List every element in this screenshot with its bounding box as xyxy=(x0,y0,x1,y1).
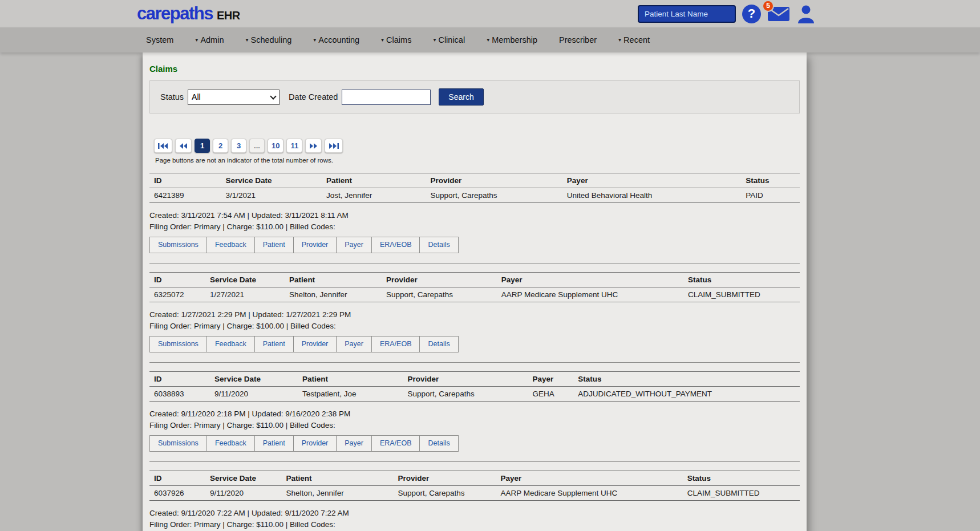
patient-button[interactable]: Patient xyxy=(254,237,294,253)
claim-provider: Support, Carepaths xyxy=(382,287,497,302)
pagination-prev-button[interactable] xyxy=(175,139,192,153)
claim-service-date: 9/11/2020 xyxy=(205,486,281,501)
header-actions: ? 5 xyxy=(638,0,816,27)
pagination-page-10[interactable]: 10 xyxy=(268,139,284,153)
pagination-first-button[interactable] xyxy=(154,139,172,153)
claims-table: ID Service Date Patient Provider Payer S… xyxy=(149,272,800,302)
status-select[interactable]: All xyxy=(188,90,280,105)
pagination: 1 2 3 ... 10 11 xyxy=(154,139,800,153)
pagination-last-button[interactable] xyxy=(325,139,343,153)
col-patient: Patient xyxy=(298,372,403,387)
claim-filing-line: Filing Order: Primary | Charge: $110.00 … xyxy=(149,520,800,529)
help-icon[interactable]: ? xyxy=(742,5,761,23)
payer-button[interactable]: Payer xyxy=(336,435,372,452)
status-label: Status xyxy=(160,92,184,102)
nav-item-label: Membership xyxy=(492,35,537,44)
provider-button[interactable]: Provider xyxy=(293,435,337,452)
era-eob-button[interactable]: ERA/EOB xyxy=(371,237,420,253)
payer-button[interactable]: Payer xyxy=(336,237,372,253)
claim-provider: Support, Carepaths xyxy=(403,387,528,402)
user-icon[interactable] xyxy=(796,4,816,23)
claim-created-line: Created: 1/27/2021 2:29 PM | Updated: 1/… xyxy=(149,310,800,319)
claim-row: 6038893 9/11/2020 Testpatient, Joe Suppo… xyxy=(149,387,800,402)
page-title: Claims xyxy=(149,64,800,74)
claim-provider: Support, Carepaths xyxy=(393,486,496,501)
nav-item-admin[interactable]: ▾Admin xyxy=(195,35,224,44)
claim-actions: Submissions Feedback Patient Provider Pa… xyxy=(149,237,459,253)
claim-status: CLAIM_SUBMITTED xyxy=(683,486,800,501)
payer-button[interactable]: Payer xyxy=(336,336,372,352)
patient-button[interactable]: Patient xyxy=(254,336,294,352)
col-service-date: Service Date xyxy=(210,372,298,387)
nav-item-clinical[interactable]: ▾Clinical xyxy=(433,35,465,44)
claim-filing-line: Filing Order: Primary | Charge: $110.00 … xyxy=(149,421,800,429)
caret-down-icon: ▾ xyxy=(618,37,621,43)
pagination-page-3[interactable]: 3 xyxy=(231,139,246,153)
submissions-button[interactable]: Submissions xyxy=(149,336,207,352)
submissions-button[interactable]: Submissions xyxy=(149,435,207,452)
nav-item-scheduling[interactable]: ▾Scheduling xyxy=(245,35,291,44)
pagination-ellipsis[interactable]: ... xyxy=(249,139,265,153)
col-payer: Payer xyxy=(528,372,573,387)
patient-button[interactable]: Patient xyxy=(254,435,294,452)
claims-table: ID Service Date Patient Provider Payer S… xyxy=(149,471,800,501)
claim-record: ID Service Date Patient Provider Payer S… xyxy=(149,173,800,264)
filter-bar: Status All Date Created Search xyxy=(149,80,800,114)
details-button[interactable]: Details xyxy=(419,237,458,253)
claims-list: ID Service Date Patient Provider Payer S… xyxy=(149,173,800,531)
messages-icon[interactable]: 5 xyxy=(767,6,790,22)
claim-record: ID Service Date Patient Provider Payer S… xyxy=(149,371,800,462)
details-button[interactable]: Details xyxy=(419,435,458,452)
search-button[interactable]: Search xyxy=(439,88,483,106)
claim-created-line: Created: 9/11/2020 2:18 PM | Updated: 9/… xyxy=(149,410,800,418)
col-status: Status xyxy=(683,471,800,486)
claim-row: 6421389 3/1/2021 Jost, Jennifer Support,… xyxy=(149,188,800,203)
col-provider: Provider xyxy=(382,273,497,287)
nav-item-recent[interactable]: ▾Recent xyxy=(618,35,650,44)
pagination-next-button[interactable] xyxy=(305,139,322,153)
logo-ehr: EHR xyxy=(217,9,240,22)
claim-filing-line: Filing Order: Primary | Charge: $100.00 … xyxy=(149,322,800,330)
main-nav: ▾System ▾Admin ▾Scheduling ▾Accounting ▾… xyxy=(0,27,980,52)
claim-payer: United Behavioral Health xyxy=(562,188,742,203)
caret-down-icon: ▾ xyxy=(381,37,384,43)
claim-status: ADJUDICATED_WITHOUT_PAYMENT xyxy=(573,387,800,402)
content-panel: Claims Status All Date Created Search 1 … xyxy=(143,52,807,531)
caret-down-icon: ▾ xyxy=(313,37,316,43)
claim-service-date: 9/11/2020 xyxy=(210,387,298,402)
col-id: ID xyxy=(149,273,205,287)
claim-patient: Shelton, Jennifer xyxy=(281,486,393,501)
era-eob-button[interactable]: ERA/EOB xyxy=(371,336,420,352)
record-divider xyxy=(149,461,800,462)
nav-item-claims[interactable]: ▾Claims xyxy=(381,35,411,44)
feedback-button[interactable]: Feedback xyxy=(206,435,255,452)
nav-item-accounting[interactable]: ▾Accounting xyxy=(313,35,359,44)
details-button[interactable]: Details xyxy=(419,336,458,352)
claim-actions: Submissions Feedback Patient Provider Pa… xyxy=(149,336,459,352)
feedback-button[interactable]: Feedback xyxy=(206,336,255,352)
submissions-button[interactable]: Submissions xyxy=(149,237,207,253)
pagination-page-1[interactable]: 1 xyxy=(195,139,210,153)
claim-created-line: Created: 3/11/2021 7:54 AM | Updated: 3/… xyxy=(149,211,800,220)
col-id: ID xyxy=(149,471,205,486)
claim-service-date: 3/1/2021 xyxy=(221,188,322,203)
era-eob-button[interactable]: ERA/EOB xyxy=(371,435,420,452)
provider-button[interactable]: Provider xyxy=(293,336,337,352)
col-patient: Patient xyxy=(285,273,382,287)
date-created-input[interactable] xyxy=(342,90,431,105)
col-provider: Provider xyxy=(426,173,562,188)
nav-item-membership[interactable]: ▾Membership xyxy=(487,35,537,44)
claim-provider: Support, Carepaths xyxy=(426,188,562,203)
pagination-page-11[interactable]: 11 xyxy=(286,139,302,153)
patient-search-input[interactable] xyxy=(638,5,736,23)
provider-button[interactable]: Provider xyxy=(293,237,337,253)
caret-down-icon: ▾ xyxy=(245,37,248,43)
claim-patient: Shelton, Jennifer xyxy=(285,287,382,302)
nav-item-label: Recent xyxy=(623,35,650,44)
claim-payer: GEHA xyxy=(528,387,573,402)
caret-down-icon: ▾ xyxy=(195,37,198,43)
nav-item-system[interactable]: ▾System xyxy=(146,35,173,44)
pagination-page-2[interactable]: 2 xyxy=(213,139,228,153)
nav-item-prescriber[interactable]: ▾Prescriber xyxy=(559,35,597,44)
feedback-button[interactable]: Feedback xyxy=(206,237,255,253)
